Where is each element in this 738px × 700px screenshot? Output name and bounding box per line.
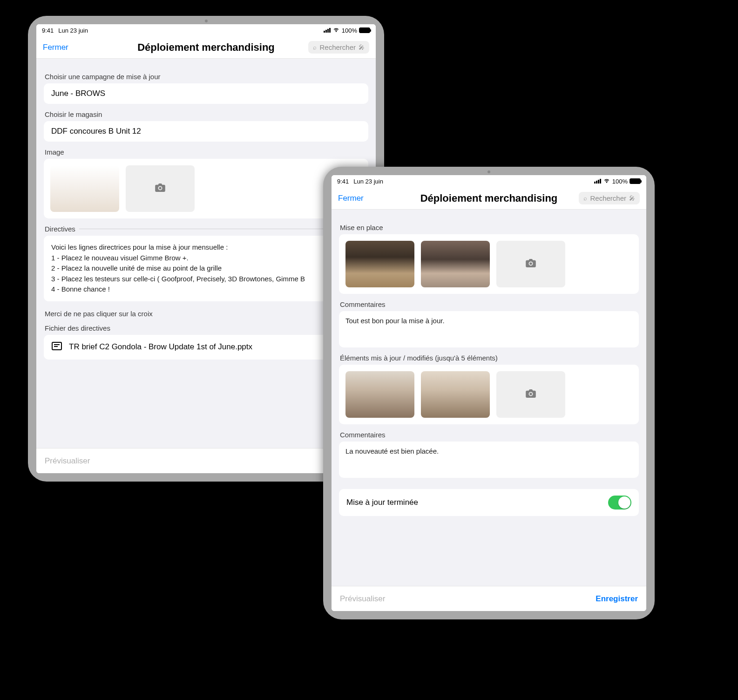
mic-icon: 🎤︎ bbox=[629, 195, 635, 202]
battery-pct: 100% bbox=[342, 27, 357, 34]
battery-icon bbox=[630, 178, 641, 184]
status-date: Lun 23 juin bbox=[353, 178, 383, 185]
svg-rect-2 bbox=[54, 346, 58, 347]
store-select[interactable]: DDF concoures B Unit 12 bbox=[44, 121, 368, 142]
add-photo-button[interactable] bbox=[496, 241, 565, 287]
directives-file[interactable]: TR brief C2 Gondola - Brow Update 1st of… bbox=[44, 335, 368, 360]
comment-input-1[interactable]: Tout est bon pour la mise à jour. bbox=[339, 311, 639, 347]
search-field[interactable]: ⌕ Rechercher 🎤︎ bbox=[579, 192, 640, 204]
campaign-label: Choisir une campagne de mise à jour bbox=[45, 73, 368, 81]
wifi-icon bbox=[603, 178, 610, 185]
search-icon: ⌕ bbox=[583, 195, 587, 202]
directives-label: Directives bbox=[45, 225, 368, 233]
preview-button[interactable]: Prévisualiser bbox=[45, 456, 90, 466]
updated-photo-row bbox=[339, 365, 639, 424]
cellular-icon bbox=[324, 28, 331, 33]
search-placeholder: Rechercher bbox=[590, 194, 626, 202]
mic-icon: 🎤︎ bbox=[359, 44, 365, 51]
comment-input-2[interactable]: La nouveauté est bien placée. bbox=[339, 442, 639, 478]
battery-pct: 100% bbox=[612, 178, 628, 185]
camera-icon bbox=[526, 389, 536, 400]
setup-photo-1[interactable] bbox=[345, 241, 414, 287]
setup-label: Mise en place bbox=[340, 224, 639, 231]
add-photo-button[interactable] bbox=[126, 165, 195, 212]
directives-card: Voici les lignes directrices pour la mis… bbox=[44, 236, 368, 301]
setup-photo-row bbox=[339, 234, 639, 294]
save-button[interactable]: Enregistrer bbox=[596, 594, 638, 604]
setup-photo-2[interactable] bbox=[421, 241, 490, 287]
status-time: 9:41 bbox=[42, 27, 54, 34]
cellular-icon bbox=[594, 179, 601, 183]
search-placeholder: Rechercher bbox=[319, 43, 356, 51]
status-bar: 9:41 Lun 23 juin 100% bbox=[332, 175, 646, 187]
pptx-icon bbox=[51, 340, 62, 354]
updated-photo-1[interactable] bbox=[345, 371, 414, 418]
directives-body: Voici les lignes directrices pour la mis… bbox=[51, 242, 361, 295]
status-date: Lun 23 juin bbox=[58, 27, 88, 34]
tablet-right: 9:41 Lun 23 juin 100% Fermer Déploiement… bbox=[323, 167, 655, 619]
complete-label: Mise à jour terminée bbox=[346, 498, 418, 507]
camera-icon bbox=[526, 259, 536, 269]
complete-toggle-row: Mise à jour terminée bbox=[339, 489, 639, 516]
camera-icon bbox=[155, 183, 165, 194]
close-button[interactable]: Fermer bbox=[338, 194, 364, 203]
comments-label: Commentaires bbox=[340, 300, 639, 308]
complete-toggle[interactable] bbox=[608, 496, 631, 510]
preview-button[interactable]: Prévisualiser bbox=[340, 594, 385, 604]
comments-label-2: Commentaires bbox=[340, 431, 639, 439]
battery-icon bbox=[359, 27, 370, 33]
campaign-select[interactable]: June - BROWS bbox=[44, 83, 368, 104]
wifi-icon bbox=[332, 27, 340, 34]
status-bar: 9:41 Lun 23 juin 100% bbox=[36, 24, 376, 36]
status-time: 9:41 bbox=[337, 178, 349, 185]
svg-rect-1 bbox=[54, 344, 60, 345]
image-label: Image bbox=[45, 148, 368, 156]
reference-image[interactable] bbox=[50, 165, 119, 212]
image-row bbox=[44, 159, 368, 218]
close-button[interactable]: Fermer bbox=[43, 43, 68, 52]
search-field[interactable]: ⌕ Rechercher 🎤︎ bbox=[308, 41, 369, 54]
no-cross-note: Merci de ne pas cliquer sur la croix bbox=[45, 310, 368, 318]
add-photo-button[interactable] bbox=[496, 371, 565, 418]
search-icon: ⌕ bbox=[313, 44, 317, 51]
updated-photo-2[interactable] bbox=[421, 371, 490, 418]
file-label: Fichier des directives bbox=[45, 324, 368, 332]
updated-label: Éléments mis à jour / modifiés (jusqu'à … bbox=[340, 354, 639, 362]
file-name: TR brief C2 Gondola - Brow Update 1st of… bbox=[69, 342, 252, 352]
store-label: Choisir le magasin bbox=[45, 110, 368, 118]
